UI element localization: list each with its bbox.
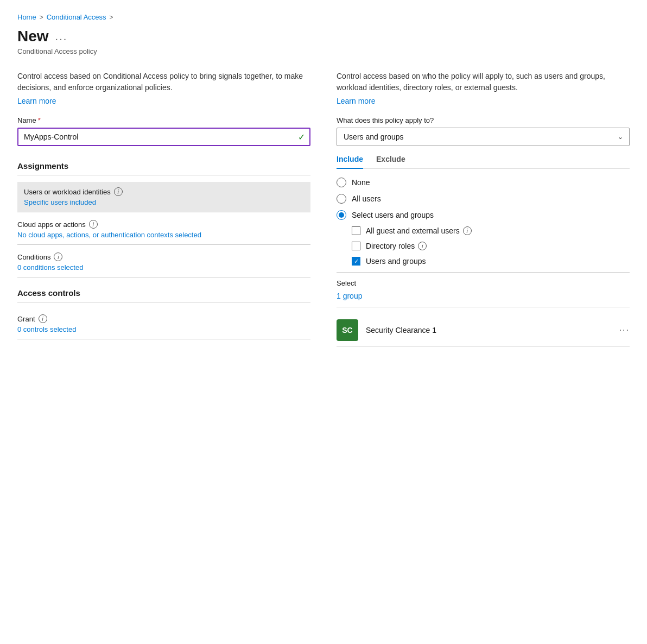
radio-none-circle bbox=[337, 178, 346, 187]
policy-applies-dropdown[interactable]: Users and groups bbox=[337, 128, 630, 146]
checkbox-directory-box bbox=[352, 242, 360, 250]
breadcrumb-home[interactable]: Home bbox=[17, 13, 36, 21]
checkbox-guests-box bbox=[352, 226, 360, 235]
users-assignment-sub: Specific users included bbox=[24, 198, 304, 206]
main-layout: Control access based on Conditional Acce… bbox=[17, 71, 630, 347]
radio-all-users-label: All users bbox=[352, 194, 381, 203]
checkbox-users-groups-box: ✓ bbox=[352, 257, 360, 266]
checkbox-directory-label: Directory roles i bbox=[366, 242, 427, 250]
group-item: SC Security Clearance 1 ··· bbox=[337, 314, 630, 347]
name-input-wrapper: ✓ bbox=[17, 128, 310, 146]
radio-all-users-circle bbox=[337, 194, 346, 204]
dropdown-wrapper: Users and groups ⌄ bbox=[337, 128, 630, 146]
page-title-dots[interactable]: ... bbox=[55, 30, 68, 43]
breadcrumb-sep1: > bbox=[40, 14, 43, 21]
name-label: Name* bbox=[17, 116, 310, 124]
input-check-icon: ✓ bbox=[298, 132, 305, 142]
access-controls-divider bbox=[17, 302, 310, 302]
checkbox-users-groups-label: Users and groups bbox=[366, 257, 426, 266]
tab-exclude[interactable]: Exclude bbox=[376, 155, 405, 169]
group-more-options[interactable]: ··· bbox=[619, 325, 630, 335]
radio-none[interactable]: None bbox=[337, 178, 630, 187]
conditions-sub: 0 conditions selected bbox=[17, 263, 310, 272]
group-divider bbox=[337, 307, 630, 307]
grant-assignment[interactable]: Grant i 0 controls selected bbox=[17, 309, 310, 339]
directory-info-icon[interactable]: i bbox=[418, 242, 427, 250]
left-description: Control access based on Conditional Acce… bbox=[17, 71, 310, 93]
checkbox-check-icon: ✓ bbox=[354, 258, 359, 264]
radio-none-label: None bbox=[352, 178, 370, 187]
right-description: Control access based on who the policy w… bbox=[337, 71, 630, 93]
breadcrumb: Home > Conditional Access > bbox=[17, 13, 630, 21]
radio-select-users-circle bbox=[337, 210, 346, 220]
radio-all-users[interactable]: All users bbox=[337, 194, 630, 204]
select-label: Select bbox=[337, 279, 630, 287]
breadcrumb-sep2: > bbox=[110, 14, 113, 21]
grant-info-icon[interactable]: i bbox=[39, 314, 47, 323]
cloud-apps-assignment[interactable]: Cloud apps or actions i No cloud apps, a… bbox=[17, 214, 310, 245]
tab-include[interactable]: Include bbox=[337, 155, 363, 169]
breadcrumb-conditional-access[interactable]: Conditional Access bbox=[47, 13, 106, 21]
page-subtitle: Conditional Access policy bbox=[17, 47, 630, 55]
checkbox-guests-label: All guest and external users i bbox=[366, 226, 472, 235]
right-divider bbox=[337, 272, 630, 273]
checkbox-guests[interactable]: All guest and external users i bbox=[337, 226, 630, 235]
conditions-title: Conditions i bbox=[17, 252, 310, 261]
radio-select-users[interactable]: Select users and groups bbox=[337, 210, 630, 220]
grant-sub: 0 controls selected bbox=[17, 325, 310, 333]
right-column: Control access based on who the policy w… bbox=[337, 71, 630, 347]
select-group-link[interactable]: 1 group bbox=[337, 292, 362, 300]
users-info-icon[interactable]: i bbox=[114, 187, 123, 196]
right-learn-more[interactable]: Learn more bbox=[337, 97, 376, 105]
name-input[interactable] bbox=[17, 128, 310, 146]
cloud-apps-info-icon[interactable]: i bbox=[89, 220, 98, 229]
include-exclude-tabs: Include Exclude bbox=[337, 155, 630, 169]
checkbox-directory[interactable]: Directory roles i bbox=[337, 242, 630, 250]
access-controls-title: Access controls bbox=[17, 288, 310, 298]
assignments-title: Assignments bbox=[17, 161, 310, 171]
conditions-assignment[interactable]: Conditions i 0 conditions selected bbox=[17, 247, 310, 277]
group-name: Security Clearance 1 bbox=[366, 326, 612, 334]
group-avatar: SC bbox=[337, 319, 358, 341]
conditions-info-icon[interactable]: i bbox=[54, 252, 62, 261]
grant-title: Grant i bbox=[17, 314, 310, 323]
users-assignment-title: Users or workload identities i bbox=[24, 187, 304, 196]
cloud-apps-title: Cloud apps or actions i bbox=[17, 220, 310, 229]
page-title: New bbox=[17, 28, 49, 45]
left-column: Control access based on Conditional Acce… bbox=[17, 71, 310, 342]
policy-applies-label: What does this policy apply to? bbox=[337, 116, 630, 124]
guests-info-icon[interactable]: i bbox=[463, 226, 472, 235]
cloud-apps-sub: No cloud apps, actions, or authenticatio… bbox=[17, 231, 310, 239]
radio-select-users-label: Select users and groups bbox=[352, 211, 434, 219]
assignments-divider bbox=[17, 175, 310, 175]
checkbox-users-groups[interactable]: ✓ Users and groups bbox=[337, 257, 630, 266]
page-title-row: New ... bbox=[17, 28, 630, 45]
users-assignment-item[interactable]: Users or workload identities i Specific … bbox=[17, 182, 310, 212]
radio-select-users-inner bbox=[339, 212, 344, 218]
left-learn-more[interactable]: Learn more bbox=[17, 97, 56, 105]
